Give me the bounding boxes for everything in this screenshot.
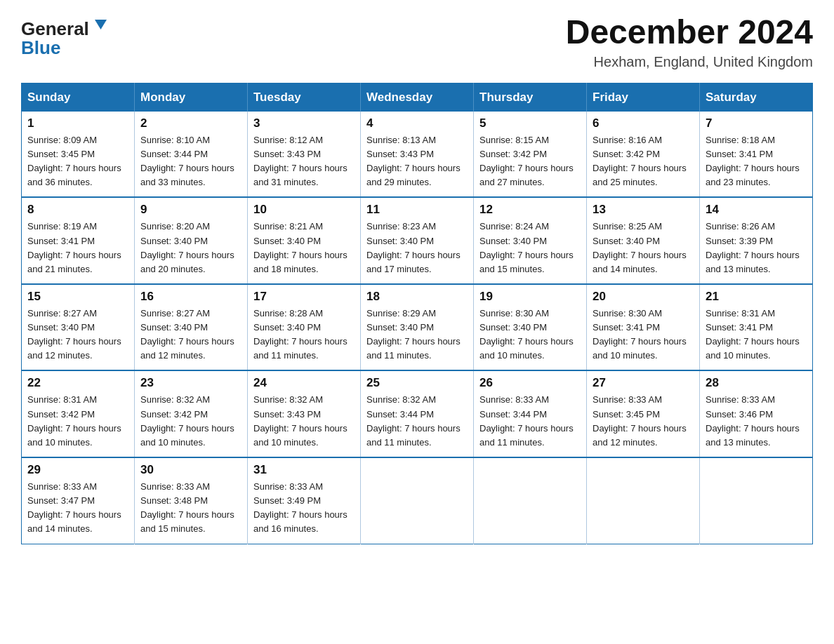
day-number: 14 <box>706 203 807 217</box>
calendar-cell: 30Sunrise: 8:33 AMSunset: 3:48 PMDayligh… <box>135 457 248 544</box>
svg-text:General: General <box>21 18 89 39</box>
day-info: Sunrise: 8:30 AMSunset: 3:40 PMDaylight:… <box>479 307 581 363</box>
calendar-cell: 29Sunrise: 8:33 AMSunset: 3:47 PMDayligh… <box>22 457 135 544</box>
day-number: 7 <box>706 116 807 130</box>
day-number: 20 <box>593 290 694 304</box>
day-number: 25 <box>366 376 468 390</box>
day-info: Sunrise: 8:33 AMSunset: 3:49 PMDaylight:… <box>253 480 355 537</box>
calendar-cell: 18Sunrise: 8:29 AMSunset: 3:40 PMDayligh… <box>361 284 474 371</box>
weekday-header-sunday: Sunday <box>22 83 135 112</box>
day-number: 10 <box>253 203 355 217</box>
day-info: Sunrise: 8:25 AMSunset: 3:40 PMDaylight:… <box>593 220 694 276</box>
day-number: 4 <box>366 116 468 130</box>
calendar-cell: 11Sunrise: 8:23 AMSunset: 3:40 PMDayligh… <box>361 197 474 284</box>
calendar-cell: 4Sunrise: 8:13 AMSunset: 3:43 PMDaylight… <box>361 112 474 198</box>
day-info: Sunrise: 8:32 AMSunset: 3:42 PMDaylight:… <box>140 393 241 450</box>
day-info: Sunrise: 8:15 AMSunset: 3:42 PMDaylight:… <box>479 133 581 190</box>
calendar-cell: 10Sunrise: 8:21 AMSunset: 3:40 PMDayligh… <box>248 197 361 284</box>
calendar-cell: 2Sunrise: 8:10 AMSunset: 3:44 PMDaylight… <box>135 112 248 198</box>
calendar-week-row: 15Sunrise: 8:27 AMSunset: 3:40 PMDayligh… <box>22 284 813 371</box>
calendar-cell: 13Sunrise: 8:25 AMSunset: 3:40 PMDayligh… <box>587 197 700 284</box>
day-info: Sunrise: 8:09 AMSunset: 3:45 PMDaylight:… <box>27 133 128 190</box>
calendar-cell: 26Sunrise: 8:33 AMSunset: 3:44 PMDayligh… <box>474 370 587 457</box>
calendar-cell: 24Sunrise: 8:32 AMSunset: 3:43 PMDayligh… <box>248 370 361 457</box>
day-number: 30 <box>140 463 241 477</box>
calendar-cell: 17Sunrise: 8:28 AMSunset: 3:40 PMDayligh… <box>248 284 361 371</box>
day-info: Sunrise: 8:21 AMSunset: 3:40 PMDaylight:… <box>253 220 355 276</box>
calendar-cell: 31Sunrise: 8:33 AMSunset: 3:49 PMDayligh… <box>248 457 361 544</box>
day-info: Sunrise: 8:31 AMSunset: 3:41 PMDaylight:… <box>706 307 807 363</box>
weekday-header-wednesday: Wednesday <box>361 83 474 112</box>
title-area: December 2024 Hexham, England, United Ki… <box>566 14 813 70</box>
location-subtitle: Hexham, England, United Kingdom <box>566 54 813 70</box>
day-number: 15 <box>27 290 128 304</box>
calendar-cell: 14Sunrise: 8:26 AMSunset: 3:39 PMDayligh… <box>700 197 813 284</box>
day-number: 18 <box>366 290 468 304</box>
day-info: Sunrise: 8:32 AMSunset: 3:43 PMDaylight:… <box>253 393 355 450</box>
weekday-header-friday: Friday <box>587 83 700 112</box>
day-number: 9 <box>140 203 241 217</box>
day-info: Sunrise: 8:33 AMSunset: 3:45 PMDaylight:… <box>593 393 694 450</box>
day-info: Sunrise: 8:12 AMSunset: 3:43 PMDaylight:… <box>253 133 355 190</box>
weekday-header-row: SundayMondayTuesdayWednesdayThursdayFrid… <box>22 83 813 112</box>
calendar-cell: 23Sunrise: 8:32 AMSunset: 3:42 PMDayligh… <box>135 370 248 457</box>
calendar-cell: 21Sunrise: 8:31 AMSunset: 3:41 PMDayligh… <box>700 284 813 371</box>
calendar-body: 1Sunrise: 8:09 AMSunset: 3:45 PMDaylight… <box>22 112 813 544</box>
calendar-cell: 3Sunrise: 8:12 AMSunset: 3:43 PMDaylight… <box>248 112 361 198</box>
logo-svg: General Blue <box>21 14 112 60</box>
month-title: December 2024 <box>566 14 813 51</box>
day-number: 3 <box>253 116 355 130</box>
day-number: 1 <box>27 116 128 130</box>
day-info: Sunrise: 8:27 AMSunset: 3:40 PMDaylight:… <box>27 307 128 363</box>
calendar-cell: 27Sunrise: 8:33 AMSunset: 3:45 PMDayligh… <box>587 370 700 457</box>
day-number: 21 <box>706 290 807 304</box>
day-number: 8 <box>27 203 128 217</box>
day-number: 31 <box>253 463 355 477</box>
day-info: Sunrise: 8:13 AMSunset: 3:43 PMDaylight:… <box>366 133 468 190</box>
calendar-header: SundayMondayTuesdayWednesdayThursdayFrid… <box>22 83 813 112</box>
day-number: 24 <box>253 376 355 390</box>
day-number: 28 <box>706 376 807 390</box>
weekday-header-monday: Monday <box>135 83 248 112</box>
calendar-cell: 6Sunrise: 8:16 AMSunset: 3:42 PMDaylight… <box>587 112 700 198</box>
day-info: Sunrise: 8:19 AMSunset: 3:41 PMDaylight:… <box>27 220 128 276</box>
day-number: 11 <box>366 203 468 217</box>
day-info: Sunrise: 8:30 AMSunset: 3:41 PMDaylight:… <box>593 307 694 363</box>
day-info: Sunrise: 8:18 AMSunset: 3:41 PMDaylight:… <box>706 133 807 190</box>
calendar-cell: 16Sunrise: 8:27 AMSunset: 3:40 PMDayligh… <box>135 284 248 371</box>
day-number: 29 <box>27 463 128 477</box>
day-number: 5 <box>479 116 581 130</box>
calendar-cell: 19Sunrise: 8:30 AMSunset: 3:40 PMDayligh… <box>474 284 587 371</box>
day-number: 19 <box>479 290 581 304</box>
calendar-cell: 22Sunrise: 8:31 AMSunset: 3:42 PMDayligh… <box>22 370 135 457</box>
calendar-cell: 9Sunrise: 8:20 AMSunset: 3:40 PMDaylight… <box>135 197 248 284</box>
calendar-cell: 1Sunrise: 8:09 AMSunset: 3:45 PMDaylight… <box>22 112 135 198</box>
calendar-cell: 12Sunrise: 8:24 AMSunset: 3:40 PMDayligh… <box>474 197 587 284</box>
day-info: Sunrise: 8:20 AMSunset: 3:40 PMDaylight:… <box>140 220 241 276</box>
day-info: Sunrise: 8:31 AMSunset: 3:42 PMDaylight:… <box>27 393 128 450</box>
calendar-cell <box>700 457 813 544</box>
day-number: 16 <box>140 290 241 304</box>
day-info: Sunrise: 8:29 AMSunset: 3:40 PMDaylight:… <box>366 307 468 363</box>
day-info: Sunrise: 8:24 AMSunset: 3:40 PMDaylight:… <box>479 220 581 276</box>
day-number: 12 <box>479 203 581 217</box>
day-info: Sunrise: 8:33 AMSunset: 3:46 PMDaylight:… <box>706 393 807 450</box>
day-number: 2 <box>140 116 241 130</box>
calendar-week-row: 1Sunrise: 8:09 AMSunset: 3:45 PMDaylight… <box>22 112 813 198</box>
weekday-header-tuesday: Tuesday <box>248 83 361 112</box>
weekday-header-thursday: Thursday <box>474 83 587 112</box>
day-info: Sunrise: 8:28 AMSunset: 3:40 PMDaylight:… <box>253 307 355 363</box>
calendar-cell: 5Sunrise: 8:15 AMSunset: 3:42 PMDaylight… <box>474 112 587 198</box>
calendar-week-row: 22Sunrise: 8:31 AMSunset: 3:42 PMDayligh… <box>22 370 813 457</box>
svg-marker-1 <box>95 20 107 29</box>
calendar-cell: 7Sunrise: 8:18 AMSunset: 3:41 PMDaylight… <box>700 112 813 198</box>
day-number: 26 <box>479 376 581 390</box>
calendar-cell: 15Sunrise: 8:27 AMSunset: 3:40 PMDayligh… <box>22 284 135 371</box>
calendar-cell: 20Sunrise: 8:30 AMSunset: 3:41 PMDayligh… <box>587 284 700 371</box>
calendar-cell <box>587 457 700 544</box>
day-number: 27 <box>593 376 694 390</box>
calendar-cell <box>361 457 474 544</box>
svg-text:Blue: Blue <box>21 37 60 58</box>
calendar-cell: 28Sunrise: 8:33 AMSunset: 3:46 PMDayligh… <box>700 370 813 457</box>
day-info: Sunrise: 8:33 AMSunset: 3:48 PMDaylight:… <box>140 480 241 537</box>
